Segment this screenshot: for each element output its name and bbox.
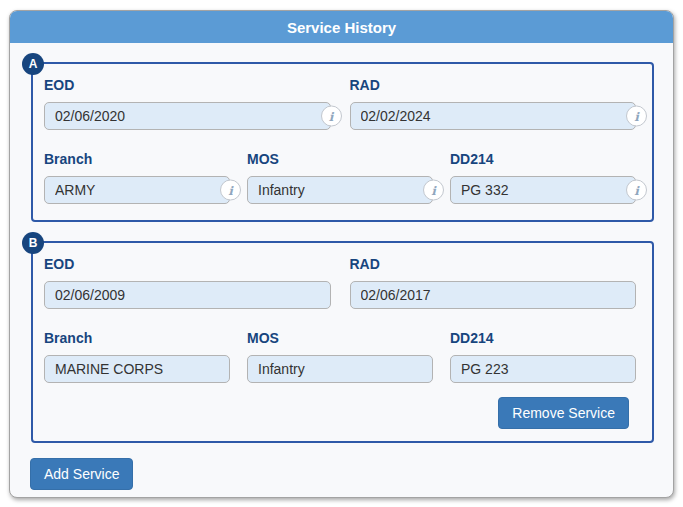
field-branch-b: Branch [44, 330, 230, 383]
field-dd214-a: DD214 i [450, 151, 636, 204]
service-entry-a: A EOD i RAD i [31, 62, 654, 222]
field-eod-b: EOD [44, 256, 331, 309]
panel-title: Service History [287, 19, 396, 36]
eod-label: EOD [44, 256, 331, 272]
field-rad-a: RAD i [350, 77, 637, 130]
remove-service-button[interactable]: Remove Service [498, 397, 629, 429]
mos-label: MOS [247, 151, 433, 167]
field-mos-a: MOS i [247, 151, 433, 204]
branch-input[interactable] [44, 176, 230, 204]
field-eod-a: EOD i [44, 77, 331, 130]
eod-input[interactable] [44, 281, 331, 309]
service-history-panel: Service History A EOD i RAD i [9, 10, 674, 498]
eod-label: EOD [44, 77, 331, 93]
info-icon[interactable]: i [321, 106, 342, 127]
service-b-badge: B [22, 232, 44, 254]
branch-label: Branch [44, 330, 230, 346]
info-icon[interactable]: i [220, 180, 241, 201]
rad-label: RAD [350, 256, 637, 272]
branch-label: Branch [44, 151, 230, 167]
field-rad-b: RAD [350, 256, 637, 309]
field-dd214-b: DD214 [450, 330, 636, 383]
branch-input[interactable] [44, 355, 230, 383]
info-icon[interactable]: i [626, 106, 647, 127]
dd214-input[interactable] [450, 355, 636, 383]
add-service-button[interactable]: Add Service [30, 458, 133, 490]
service-entry-b: B EOD RAD Branch [31, 241, 654, 443]
info-icon[interactable]: i [626, 180, 647, 201]
panel-header: Service History [10, 11, 673, 43]
field-branch-a: Branch i [44, 151, 230, 204]
dd214-label: DD214 [450, 330, 636, 346]
dd214-label: DD214 [450, 151, 636, 167]
rad-label: RAD [350, 77, 637, 93]
field-mos-b: MOS [247, 330, 433, 383]
mos-input[interactable] [247, 355, 433, 383]
dd214-input[interactable] [450, 176, 636, 204]
rad-input[interactable] [350, 281, 637, 309]
eod-input[interactable] [44, 102, 331, 130]
rad-input[interactable] [350, 102, 637, 130]
panel-body: A EOD i RAD i [10, 43, 673, 497]
mos-label: MOS [247, 330, 433, 346]
service-a-badge: A [22, 53, 44, 75]
info-icon[interactable]: i [423, 180, 444, 201]
mos-input[interactable] [247, 176, 433, 204]
